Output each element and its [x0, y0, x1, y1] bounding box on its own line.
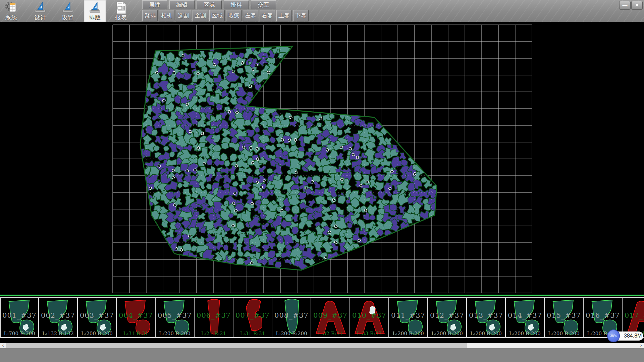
setsquare-icon [89, 1, 101, 14]
nav-1-button[interactable]: 系统 [0, 0, 22, 22]
piece-name: 005_#37 [156, 311, 194, 319]
tool-8-button[interactable]: 右靠 [260, 10, 275, 21]
minimize-button[interactable]: — [619, 1, 631, 10]
piece-thumbnail-009[interactable]: 009_#37L:32 R:31 [311, 298, 350, 337]
piece-thumbnail-007[interactable]: 007_#37L:31 R:31 [233, 298, 272, 337]
piece-lr-count: L:200 R:200 [156, 330, 194, 337]
piece-name: 016_#37 [584, 311, 622, 319]
piece-thumbnail-002[interactable]: 002_#37L:132 R:132 [39, 298, 78, 337]
piece-filmstrip: 001_#37L:700 R:700002_#37L:132 R:132003_… [0, 296, 644, 339]
piece-thumbnail-011[interactable]: 011_#37L:200 R:200 [389, 298, 428, 337]
piece-thumbnail-014[interactable]: 014_#37L:200 R:200 [506, 298, 545, 337]
nav-4-button[interactable]: 排版 [84, 0, 106, 22]
piece-lr-count: L:200 R:200 [467, 330, 505, 337]
piece-lr-count: L:200 R:200 [545, 330, 583, 337]
nav-label: 排版 [84, 14, 106, 21]
piece-thumbnail-005[interactable]: 005_#37L:200 R:200 [156, 298, 195, 337]
piece-name: 012_#37 [428, 311, 466, 319]
piece-lr-count: L:32 R:31 [311, 330, 350, 337]
piece-name: 004_#37 [117, 311, 155, 319]
piece-name: 008_#37 [272, 311, 311, 319]
piece-name: 009_#37 [311, 311, 350, 319]
nav-2-button[interactable]: 设计 [29, 0, 51, 22]
tool-3-button[interactable]: 选割 [176, 10, 191, 21]
piece-thumbnail-010[interactable]: 010_#37L:33 R:33 [350, 298, 389, 337]
piece-lr-count: L:700 R:700 [1, 330, 38, 337]
piece-name: 007_#37 [233, 311, 272, 319]
piece-name: 002_#37 [39, 311, 77, 319]
piece-name: 014_#37 [506, 311, 544, 319]
menu-2-button[interactable]: 编辑 [169, 0, 195, 9]
piece-name: 011_#37 [389, 311, 427, 319]
piece-lr-count: L:132 R:132 [39, 330, 77, 337]
piece-lr-count: L:33 R:33 [350, 330, 388, 337]
tool-1-button[interactable]: 聚排 [142, 10, 158, 21]
nav-label: 设置 [57, 14, 79, 21]
piece-thumbnail-003[interactable]: 003_#37L:200 R:200 [78, 298, 117, 337]
progress-circle: 38% [607, 329, 620, 342]
report-doc-icon [115, 1, 127, 14]
gear-doc-icon [5, 1, 18, 14]
menu-3-button[interactable]: 区域 [197, 0, 222, 9]
menu-4-button[interactable]: 排料 [224, 0, 249, 9]
piece-lr-count: L:200 R:200 [506, 330, 544, 337]
progress-percent: 38% [608, 334, 619, 338]
tool-9-button[interactable]: 上靠 [276, 10, 292, 21]
memory-value: 384.8M [624, 333, 642, 339]
piece-lr-count: L:31 R:31 [117, 330, 155, 337]
nesting-canvas[interactable] [0, 22, 644, 295]
close-button[interactable]: × [631, 1, 643, 10]
piece-name: 001_#37 [1, 311, 38, 319]
nav-5-button[interactable]: 报表 [110, 0, 132, 22]
title-toolbar: 系统设计设置排版报表 属性编辑区域排料交互 聚排相机选割全割区域瑕疵左靠右靠上靠… [0, 0, 644, 22]
piece-list: 001_#37L:700 R:700002_#37L:132 R:132003_… [0, 297, 644, 338]
tool-2-button[interactable]: 相机 [159, 10, 174, 21]
piece-lr-count: L:31 R:31 [233, 330, 272, 337]
piece-thumbnail-004[interactable]: 004_#37L:31 R:31 [117, 298, 156, 337]
piece-thumbnail-015[interactable]: 015_#37L:200 R:200 [545, 298, 584, 337]
menu-bar: 属性编辑区域排料交互 [142, 0, 276, 9]
setsquare-icon [34, 1, 47, 14]
status-bar [0, 348, 644, 362]
scroll-right-icon[interactable]: › [638, 343, 644, 348]
scroll-left-icon[interactable]: ‹ [0, 343, 6, 348]
nav-label: 报表 [110, 14, 132, 21]
piece-name: 013_#37 [467, 311, 505, 319]
nesting-toolbar: 聚排相机选割全割区域瑕疵左靠右靠上靠下靠 [142, 10, 309, 21]
scrollbar-thumb[interactable] [6, 343, 467, 348]
piece-thumbnail-012[interactable]: 012_#37L:200 R:200 [428, 298, 467, 337]
piece-lr-count: L:21 R:21 [195, 330, 233, 337]
tool-4-button[interactable]: 全割 [193, 10, 208, 21]
piece-lr-count: L:200 R:200 [428, 330, 466, 337]
setsquare-icon [61, 1, 74, 14]
tool-7-button[interactable]: 左靠 [243, 10, 258, 21]
nav-label: 设计 [29, 14, 51, 21]
nav-label: 系统 [0, 14, 22, 21]
piece-lr-count: L:200 R:200 [389, 330, 427, 337]
piece-name: 006_#37 [195, 311, 233, 319]
tool-6-button[interactable]: 瑕疵 [226, 10, 241, 21]
piece-thumbnail-008[interactable]: 008_#37L:200 R:200 [272, 298, 311, 337]
app-window: 系统设计设置排版报表 属性编辑区域排料交互 聚排相机选割全割区域瑕疵左靠右靠上靠… [0, 0, 644, 362]
piece-name: 017_#37 [623, 311, 644, 319]
piece-thumbnail-001[interactable]: 001_#37L:700 R:700 [0, 298, 39, 337]
piece-thumbnail-006[interactable]: 006_#37L:21 R:21 [195, 298, 233, 337]
piece-name: 003_#37 [78, 311, 116, 319]
tool-10-button[interactable]: 下靠 [293, 10, 309, 21]
menu-5-button[interactable]: 交互 [251, 0, 276, 9]
piece-lr-count: L:200 R:200 [78, 330, 116, 337]
menu-1-button[interactable]: 属性 [142, 0, 167, 9]
piece-thumbnail-013[interactable]: 013_#37L:200 R:200 [467, 298, 506, 337]
tool-5-button[interactable]: 区域 [209, 10, 225, 21]
horizontal-scrollbar[interactable]: ‹ › [0, 343, 644, 348]
nav-3-button[interactable]: 设置 [57, 0, 79, 22]
piece-lr-count: L:200 R:200 [272, 330, 311, 337]
piece-name: 015_#37 [545, 311, 583, 319]
piece-name: 010_#37 [350, 311, 388, 319]
